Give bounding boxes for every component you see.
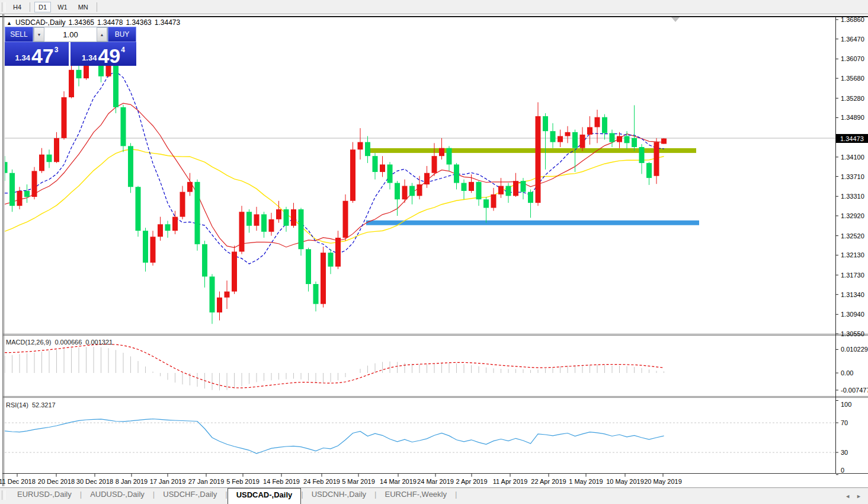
tab-scroll-left-button[interactable]: ◄ (842, 492, 853, 500)
chart-tab-usdcnh[interactable]: USDCNH-,Daily (303, 488, 374, 504)
chart-tab-eurusd[interactable]: EURUSD-,Daily (9, 488, 80, 504)
timeframe-button-w1[interactable]: W1 (53, 2, 72, 12)
candle (313, 284, 319, 304)
price-tick-label: 1.33710 (841, 173, 864, 180)
sell-price-pip: 3 (55, 46, 59, 54)
ohlc-low: 1.34363 (126, 18, 151, 27)
candle (136, 187, 141, 231)
ohlc-close: 1.34473 (155, 18, 180, 27)
time-tick-label: 11 Dec 2018 (0, 478, 36, 485)
time-tick-label: 20 Dec 2018 (38, 478, 75, 485)
sell-price-main: 1.34 (15, 53, 30, 62)
candle (239, 212, 245, 251)
candle (536, 116, 541, 203)
buy-button[interactable]: BUY (108, 27, 136, 42)
toolbar-separator (30, 2, 30, 12)
toolbar-separator (97, 2, 97, 12)
candle (491, 194, 497, 208)
candle (321, 253, 326, 304)
sell-button[interactable]: SELL (5, 27, 33, 42)
candle (54, 138, 59, 162)
candle (543, 116, 548, 131)
chart-tab-bar: EURUSD-,Daily|AUDUSD-,Daily|USDCHF-,Dail… (0, 487, 868, 504)
toolbar-grip[interactable] (2, 2, 5, 12)
time-tick-label: 1 May 2019 (569, 478, 603, 485)
candle (202, 244, 207, 277)
candle (121, 107, 126, 146)
candle (617, 136, 622, 142)
volume-input[interactable]: 1.00 (44, 27, 97, 42)
collapse-arrow-icon[interactable]: ▲ (7, 20, 12, 26)
one-click-trading-panel: SELL ▼ 1.00 ▲ BUY 1.34 47 3 1.34 49 4 (5, 27, 136, 66)
candle (587, 127, 592, 135)
candle (32, 171, 37, 197)
tab-scroll-right-button[interactable]: ► (853, 492, 864, 500)
buy-price-box[interactable]: 1.34 49 4 (71, 42, 136, 66)
price-tick-label: 1.31340 (841, 291, 864, 298)
price-tick-label: 1.30940 (841, 311, 864, 318)
chart-tab-eurchf[interactable]: EURCHF-,Weekly (377, 488, 456, 504)
resistance-line[interactable] (366, 148, 696, 153)
candle (595, 117, 600, 127)
candle (506, 186, 511, 196)
tabbar-grip[interactable] (2, 490, 5, 500)
timeframe-button-mn[interactable]: MN (74, 2, 92, 12)
candle (654, 142, 659, 176)
candle (217, 298, 222, 312)
price-tick-label: 1.36070 (841, 55, 864, 62)
candle (210, 276, 215, 312)
time-tick-label: 24 Mar 2019 (417, 478, 454, 485)
candle (69, 70, 74, 97)
time-tick-label: 2 Apr 2019 (456, 478, 487, 485)
time-tick-label: 14 Mar 2019 (380, 478, 417, 485)
candle (128, 146, 133, 187)
tab-separator: | (455, 488, 457, 504)
candle (632, 138, 637, 147)
time-tick-label: 11 Apr 2019 (493, 478, 528, 485)
price-tick-label: 1.34890 (841, 114, 864, 121)
chart-tab-usdchf[interactable]: USDCHF-,Daily (155, 488, 225, 504)
chart-canvas: 1.368601.364701.360701.356801.352801.348… (0, 0, 868, 504)
trade-prices-row: 1.34 47 3 1.34 49 4 (5, 42, 136, 66)
candle (291, 209, 296, 226)
volume-increase-button[interactable]: ▲ (97, 27, 107, 42)
candle (232, 251, 237, 291)
trade-controls-row: SELL ▼ 1.00 ▲ BUY (5, 27, 136, 42)
macd-value-signal: 0.001321 (85, 339, 113, 346)
candle (172, 217, 178, 231)
ohlc-high: 1.34478 (97, 18, 123, 27)
candle (358, 142, 363, 150)
price-tick-label: 1.36860 (841, 16, 864, 23)
price-tick-label: 1.30550 (841, 330, 864, 337)
support-line[interactable] (366, 221, 699, 225)
candle (550, 131, 556, 142)
candle (498, 186, 504, 194)
time-tick-label: 20 May 2019 (644, 478, 682, 485)
sell-price-box[interactable]: 1.34 47 3 (5, 42, 69, 66)
candle (528, 192, 533, 203)
candle (639, 147, 645, 163)
time-tick-label: 17 Jan 2019 (150, 478, 186, 485)
timeframe-button-h4[interactable]: H4 (9, 2, 25, 12)
candle (165, 224, 171, 231)
rsi-label: RSI(14)52.3217 (6, 401, 59, 409)
timeframe-button-d1[interactable]: D1 (34, 2, 51, 12)
chart-shift-marker-icon[interactable] (671, 17, 680, 22)
macd-label: MACD(12,26,9)0.0006660.001321 (6, 339, 116, 346)
price-tick-label: 1.31730 (841, 272, 864, 279)
chart-tab-audusd[interactable]: AUDUSD-,Daily (82, 488, 153, 504)
chart-tab-usdcad[interactable]: USDCAD-,Daily (228, 488, 302, 504)
candle (269, 219, 274, 232)
candle (246, 212, 252, 226)
candle (47, 155, 52, 162)
candle (299, 209, 304, 249)
price-tick-label: 1.33310 (841, 193, 864, 200)
time-tick-label: 8 Jan 2019 (116, 478, 148, 485)
candle (483, 199, 489, 208)
volume-decrease-button[interactable]: ▼ (34, 27, 44, 42)
candle (343, 201, 348, 238)
time-tick-label: 22 Apr 2019 (531, 478, 566, 485)
candle (602, 117, 607, 133)
candle (39, 155, 44, 171)
candle (417, 184, 422, 196)
